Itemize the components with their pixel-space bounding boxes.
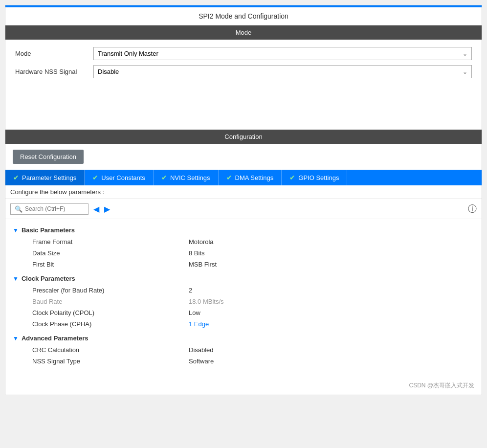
param-value-prescaler: 2 bbox=[189, 287, 192, 294]
hardware-nss-value: Disable bbox=[98, 68, 119, 75]
param-row-first-bit: First Bit MSB First bbox=[13, 259, 474, 270]
param-value-nss-signal: Software bbox=[189, 358, 214, 365]
param-name-crc: CRC Calculation bbox=[32, 346, 189, 354]
tab-check-icon-0: ✔ bbox=[13, 174, 19, 181]
param-name-baud-rate: Baud Rate bbox=[32, 298, 189, 305]
tab-gpio-settings[interactable]: ✔ GPIO Settings bbox=[282, 170, 347, 185]
chevron-basic-icon[interactable]: ▼ bbox=[13, 227, 19, 234]
param-name-cpha: Clock Phase (CPHA) bbox=[32, 320, 189, 328]
main-container: SPI2 Mode and Configuration Mode Mode Tr… bbox=[5, 5, 482, 395]
reset-btn-area: Reset Configuration bbox=[5, 144, 482, 170]
param-name-cpol: Clock Polarity (CPOL) bbox=[32, 309, 189, 316]
param-value-crc: Disabled bbox=[189, 346, 214, 354]
param-row-prescaler: Prescaler (for Baud Rate) 2 bbox=[13, 285, 474, 296]
tab-check-icon-2: ✔ bbox=[161, 174, 167, 181]
hardware-nss-chevron-icon: ⌄ bbox=[463, 68, 467, 75]
mode-select[interactable]: Transmit Only Master ⌄ bbox=[93, 47, 472, 60]
param-name-data-size: Data Size bbox=[32, 249, 189, 257]
config-section-header: Configuration bbox=[5, 130, 482, 144]
param-value-cpha: 1 Edge bbox=[189, 320, 209, 328]
group-name-clock: Clock Parameters bbox=[22, 275, 75, 282]
next-arrow-icon[interactable]: ▶ bbox=[104, 204, 110, 214]
group-name-advanced: Advanced Parameters bbox=[22, 335, 89, 342]
param-name-first-bit: First Bit bbox=[32, 261, 189, 268]
configure-hint: Configure the below parameters : bbox=[5, 185, 482, 199]
page-title: SPI2 Mode and Configuration bbox=[5, 7, 482, 25]
mode-section-header: Mode bbox=[5, 25, 482, 40]
group-header-advanced: ▼ Advanced Parameters bbox=[13, 335, 474, 342]
tab-dma-settings[interactable]: ✔ DMA Settings bbox=[219, 170, 282, 185]
prev-arrow-icon[interactable]: ◀ bbox=[93, 204, 99, 214]
param-row-crc: CRC Calculation Disabled bbox=[13, 344, 474, 356]
hardware-nss-row: Hardware NSS Signal Disable ⌄ bbox=[15, 65, 472, 78]
tab-parameter-settings[interactable]: ✔ Parameter Settings bbox=[5, 170, 85, 185]
mode-value: Transmit Only Master bbox=[98, 50, 158, 57]
tab-label-1: User Constants bbox=[101, 174, 145, 181]
group-header-clock: ▼ Clock Parameters bbox=[13, 275, 474, 282]
search-icon: 🔍 bbox=[15, 205, 22, 213]
tab-label-2: NVIC Settings bbox=[170, 174, 210, 181]
search-area: 🔍 ◀ ▶ ⓘ bbox=[5, 199, 482, 219]
tab-check-icon-1: ✔ bbox=[92, 174, 98, 181]
info-icon[interactable]: ⓘ bbox=[468, 203, 477, 215]
param-name-frame-format: Frame Format bbox=[32, 238, 189, 246]
tab-nvic-settings[interactable]: ✔ NVIC Settings bbox=[154, 170, 219, 185]
footer-text: CSDN @杰哥嵌入式开发 bbox=[5, 377, 482, 395]
search-box[interactable]: 🔍 bbox=[10, 203, 89, 215]
param-row-frame-format: Frame Format Motorola bbox=[13, 236, 474, 247]
param-value-cpol: Low bbox=[189, 309, 200, 316]
tab-check-icon-3: ✔ bbox=[226, 174, 232, 181]
param-value-data-size: 8 Bits bbox=[189, 249, 205, 257]
search-input[interactable] bbox=[25, 205, 84, 212]
hardware-nss-label: Hardware NSS Signal bbox=[15, 68, 93, 75]
group-name-basic: Basic Parameters bbox=[22, 226, 75, 234]
param-row-baud-rate: Baud Rate 18.0 MBits/s bbox=[13, 296, 474, 307]
param-name-prescaler: Prescaler (for Baud Rate) bbox=[32, 287, 189, 294]
mode-label: Mode bbox=[15, 50, 93, 57]
tab-check-icon-4: ✔ bbox=[289, 174, 295, 181]
tab-label-4: GPIO Settings bbox=[298, 174, 339, 181]
tab-label-0: Parameter Settings bbox=[22, 174, 76, 181]
chevron-advanced-icon[interactable]: ▼ bbox=[13, 335, 19, 342]
tab-label-3: DMA Settings bbox=[235, 174, 274, 181]
param-row-cpol: Clock Polarity (CPOL) Low bbox=[13, 307, 474, 318]
tab-user-constants[interactable]: ✔ User Constants bbox=[85, 170, 154, 185]
reset-config-button[interactable]: Reset Configuration bbox=[13, 150, 84, 164]
param-name-nss-signal: NSS Signal Type bbox=[32, 358, 189, 365]
params-list: ▼ Basic Parameters Frame Format Motorola… bbox=[5, 219, 482, 377]
param-row-nss-signal: NSS Signal Type Software bbox=[13, 356, 474, 367]
tabs-bar: ✔ Parameter Settings ✔ User Constants ✔ … bbox=[5, 170, 482, 185]
mode-chevron-icon: ⌄ bbox=[463, 50, 467, 57]
chevron-clock-icon[interactable]: ▼ bbox=[13, 275, 19, 282]
param-value-first-bit: MSB First bbox=[189, 261, 217, 268]
hardware-nss-select[interactable]: Disable ⌄ bbox=[93, 65, 472, 78]
mode-section: Mode Transmit Only Master ⌄ Hardware NSS… bbox=[5, 40, 482, 90]
param-row-data-size: Data Size 8 Bits bbox=[13, 247, 474, 259]
param-row-cpha: Clock Phase (CPHA) 1 Edge bbox=[13, 318, 474, 330]
config-section: Configuration Reset Configuration ✔ Para… bbox=[5, 130, 482, 395]
mode-row: Mode Transmit Only Master ⌄ bbox=[15, 47, 472, 60]
spacer bbox=[5, 90, 482, 130]
param-value-baud-rate: 18.0 MBits/s bbox=[189, 298, 224, 305]
group-header-basic: ▼ Basic Parameters bbox=[13, 226, 474, 234]
param-value-frame-format: Motorola bbox=[189, 238, 214, 246]
